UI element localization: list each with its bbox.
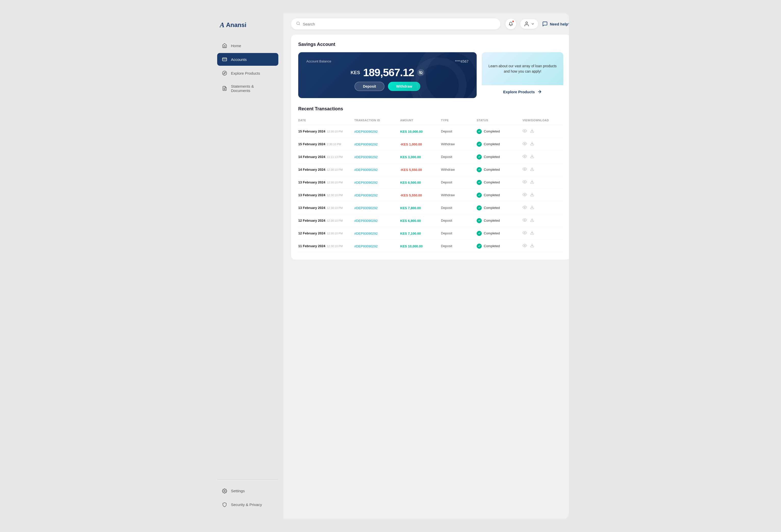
- notification-button[interactable]: [505, 18, 516, 29]
- col-amount: Amount: [400, 119, 441, 122]
- txn-id-cell[interactable]: #DEP93090292: [354, 218, 400, 223]
- date-time: 12:30:10 PM: [327, 219, 342, 222]
- transaction-id[interactable]: #DEP93090292: [354, 181, 378, 184]
- amount-value: -KES 1,000.00: [400, 142, 422, 146]
- amount-value: KES 6,800.00: [400, 219, 421, 223]
- transaction-id[interactable]: #DEP93090292: [354, 168, 378, 172]
- sidebar-item-settings[interactable]: Settings: [217, 485, 278, 497]
- view-button[interactable]: [523, 243, 527, 249]
- transactions-section: Recent Transactions DATE Transaction ID …: [298, 106, 563, 253]
- security-icon: [222, 502, 228, 507]
- deposit-button[interactable]: Deposit: [355, 82, 384, 91]
- svg-point-18: [524, 169, 525, 170]
- status-icon: [477, 218, 482, 223]
- status-icon: [477, 142, 482, 147]
- status-cell: Completed: [477, 243, 523, 249]
- sidebar-item-security[interactable]: Security & Privacy: [217, 498, 278, 511]
- amount-value: KES 6,500.00: [400, 181, 421, 184]
- txn-id-cell[interactable]: #DEP93090292: [354, 231, 400, 236]
- view-button[interactable]: [523, 154, 527, 160]
- download-button[interactable]: [530, 205, 534, 211]
- status-text: Completed: [484, 193, 500, 197]
- txn-id-cell[interactable]: #DEP93090292: [354, 142, 400, 146]
- view-button[interactable]: [523, 218, 527, 223]
- type-cell: Deposit: [441, 180, 477, 184]
- txn-id-cell[interactable]: #DEP93090292: [354, 244, 400, 249]
- txn-id-cell[interactable]: #DEP93090292: [354, 167, 400, 172]
- status-cell: Completed: [477, 180, 523, 185]
- sidebar-item-home[interactable]: Home: [217, 39, 278, 52]
- view-button[interactable]: [523, 167, 527, 172]
- svg-line-10: [419, 71, 422, 75]
- card-top-row: Account Balance ****4567: [306, 59, 468, 63]
- balance-amount-row: KES 189,567.12: [306, 66, 468, 79]
- txn-id-cell[interactable]: #DEP93090292: [354, 154, 400, 159]
- user-menu-button[interactable]: [520, 19, 538, 29]
- date-cell: 14 February 2024 12:30:10 PM: [298, 168, 354, 172]
- download-button[interactable]: [530, 243, 534, 249]
- view-button[interactable]: [523, 129, 527, 134]
- view-button[interactable]: [523, 231, 527, 236]
- amount-value: KES 7,100.00: [400, 232, 421, 235]
- amount-value: KES 10,000.00: [400, 245, 423, 248]
- svg-point-26: [524, 220, 525, 221]
- table-row: 13 February 2024 12:30:10 PM #DEP9309029…: [298, 189, 563, 202]
- date-time: 2:30:10 PM: [327, 143, 341, 146]
- sidebar-item-statements-label: Statements & Documents: [231, 84, 274, 93]
- date-main: 15 February 2024: [298, 142, 325, 146]
- txn-id-cell[interactable]: #DEP93090292: [354, 129, 400, 134]
- help-button[interactable]: Need help?: [542, 21, 569, 27]
- toggle-balance-button[interactable]: [417, 69, 424, 76]
- txn-id-cell[interactable]: #DEP93090292: [354, 206, 400, 210]
- transaction-id[interactable]: #DEP93090292: [354, 219, 378, 223]
- type-cell: Deposit: [441, 231, 477, 235]
- type-cell: Withdraw: [441, 193, 477, 197]
- transaction-id[interactable]: #DEP93090292: [354, 193, 378, 197]
- amount-cell: KES 6,800.00: [400, 218, 441, 223]
- action-cell: [523, 167, 563, 172]
- amount-cell: KES 7,100.00: [400, 231, 441, 236]
- sidebar-item-statements[interactable]: Statements & Documents: [217, 81, 278, 96]
- download-button[interactable]: [530, 180, 534, 185]
- sidebar-item-accounts[interactable]: Accounts: [217, 53, 278, 66]
- action-cell: [523, 129, 563, 134]
- download-button[interactable]: [530, 141, 534, 147]
- amount-cell: KES 6,500.00: [400, 180, 441, 185]
- transaction-id[interactable]: #DEP93090292: [354, 206, 378, 210]
- download-button[interactable]: [530, 129, 534, 134]
- search-container[interactable]: [291, 18, 500, 30]
- date-time: 12:30:10 PM: [327, 130, 342, 133]
- txn-id-cell[interactable]: #DEP93090292: [354, 193, 400, 197]
- transaction-id[interactable]: #DEP93090292: [354, 142, 378, 146]
- status-icon: [477, 167, 482, 172]
- download-button[interactable]: [530, 231, 534, 236]
- withdraw-button[interactable]: Withdraw: [388, 82, 420, 91]
- transaction-id[interactable]: #DEP93090292: [354, 232, 378, 235]
- transaction-id[interactable]: #DEP93090292: [354, 130, 378, 134]
- sidebar-item-home-label: Home: [231, 44, 241, 48]
- download-button[interactable]: [530, 192, 534, 198]
- transaction-id[interactable]: #DEP93090292: [354, 245, 378, 248]
- view-button[interactable]: [523, 180, 527, 185]
- svg-point-14: [524, 143, 525, 144]
- view-button[interactable]: [523, 192, 527, 198]
- statements-icon: [222, 86, 228, 91]
- view-button[interactable]: [523, 141, 527, 147]
- download-button[interactable]: [530, 218, 534, 223]
- search-icon: [296, 21, 300, 27]
- sidebar-item-explore[interactable]: Explore Products: [217, 67, 278, 80]
- promo-cta-label: Explore Products: [503, 90, 535, 94]
- txn-id-cell[interactable]: #DEP93090292: [354, 180, 400, 185]
- sidebar-item-settings-label: Settings: [231, 489, 245, 493]
- search-input[interactable]: [303, 22, 495, 26]
- account-top-row: Account Balance ****4567 KES 189,567.12 …: [298, 52, 563, 98]
- explore-products-button[interactable]: Explore Products: [482, 85, 563, 98]
- transaction-id[interactable]: #DEP93090292: [354, 155, 378, 159]
- balance-card: Account Balance ****4567 KES 189,567.12 …: [298, 52, 477, 98]
- download-button[interactable]: [530, 167, 534, 172]
- download-button[interactable]: [530, 154, 534, 160]
- view-button[interactable]: [523, 205, 527, 211]
- table-row: 12 February 2024 12:30:10 PM #DEP9309029…: [298, 227, 563, 240]
- balance-currency: KES: [351, 70, 360, 76]
- svg-point-16: [524, 156, 525, 157]
